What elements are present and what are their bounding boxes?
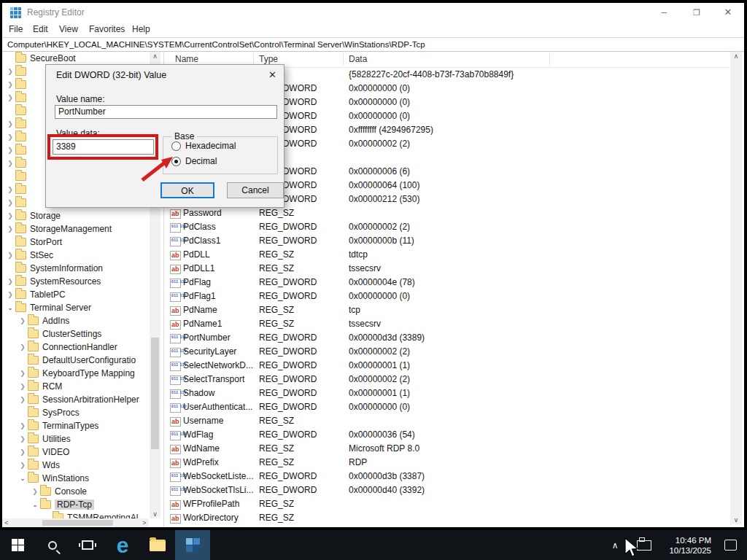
- tree-item[interactable]: [5, 104, 30, 117]
- value-row-pddll[interactable]: PdDLLREG_SZtdtcp: [166, 248, 729, 262]
- tree-item-addins[interactable]: ❯AddIns: [18, 314, 69, 327]
- tree-item-label[interactable]: StSec: [30, 250, 53, 260]
- chevron-right-icon[interactable]: ❯: [5, 186, 15, 193]
- menu-view[interactable]: View: [59, 24, 78, 34]
- value-row-wdname[interactable]: WdNameREG_SZMicrosoft RDP 8.0: [166, 442, 729, 456]
- tree-item-label[interactable]: WinStations: [42, 473, 89, 483]
- chevron-right-icon[interactable]: ❯: [5, 225, 15, 233]
- value-row-selectnetworkd-[interactable]: SelectNetworkD...REG_DWORD0x00000001 (1): [166, 359, 729, 373]
- tree-item-label[interactable]: RDP-Tcp: [55, 499, 94, 510]
- tree-item[interactable]: ❯: [5, 131, 30, 144]
- tree-item-wds[interactable]: ❯Wds: [18, 459, 60, 472]
- tree-item-label[interactable]: SessionArbitrationHelper: [42, 394, 139, 405]
- tree-item-label[interactable]: TSMMRemotingAl: [67, 513, 138, 518]
- tree-item-label[interactable]: ConnectionHandler: [42, 342, 117, 352]
- column-divider[interactable]: [549, 53, 550, 66]
- tree-item[interactable]: ❯: [5, 117, 30, 131]
- tree-item-tsmmremotingal[interactable]: TSMMRemotingAl: [42, 511, 138, 518]
- value-row-pddll1[interactable]: PdDLL1REG_SZtssecsrv: [166, 262, 729, 276]
- value-row-selecttransport[interactable]: SelectTransportREG_DWORD0x00000002 (2): [166, 373, 729, 386]
- tree-item-defaultuserconfiguratio[interactable]: DefaultUserConfiguratio: [18, 354, 136, 367]
- chevron-right-icon[interactable]: ❯: [30, 488, 40, 495]
- chevron-right-icon[interactable]: ❯: [5, 160, 15, 167]
- chevron-down-icon[interactable]: ⌄: [30, 501, 40, 508]
- value-row-wfprofilepath[interactable]: WFProfilePathREG_SZ: [166, 497, 729, 511]
- tree-item-label[interactable]: ClusterSettings: [42, 329, 101, 339]
- chevron-down-icon[interactable]: ⌄: [5, 304, 15, 311]
- value-row-pdclass1[interactable]: PdClass1REG_DWORD0x0000000b (11): [166, 234, 729, 248]
- registry-editor-taskbar-button[interactable]: [175, 530, 210, 560]
- tree-item-systemresources[interactable]: ❯SystemResources: [5, 275, 101, 288]
- chevron-right-icon[interactable]: ❯: [18, 370, 28, 377]
- column-header-type[interactable]: Type: [259, 54, 278, 64]
- tree-item-label[interactable]: Storage: [30, 211, 61, 221]
- close-button[interactable]: ✕: [721, 5, 735, 20]
- cancel-button[interactable]: Cancel: [227, 182, 284, 198]
- chevron-right-icon[interactable]: ❯: [5, 199, 15, 206]
- action-center-icon[interactable]: [724, 540, 737, 551]
- chevron-right-icon[interactable]: ❯: [5, 212, 15, 219]
- chevron-right-icon[interactable]: ❯: [5, 147, 15, 154]
- tree-item[interactable]: ❯: [5, 183, 30, 196]
- value-row-pdname[interactable]: PdNameREG_SZtcp: [166, 303, 729, 317]
- tree-item-sysprocs[interactable]: SysProcs: [18, 406, 80, 419]
- menu-favorites[interactable]: Favorites: [89, 24, 125, 34]
- scroll-up-icon[interactable]: ∧: [150, 52, 160, 61]
- tree-item-terminal-server[interactable]: ⌄Terminal Server: [5, 301, 91, 314]
- taskbar-clock[interactable]: 10:46 PM 10/13/2025: [669, 535, 711, 556]
- restore-button[interactable]: ❐: [689, 5, 704, 20]
- minimize-button[interactable]: –: [657, 5, 671, 20]
- value-row-wdprefix[interactable]: WdPrefixREG_SZRDP: [166, 456, 729, 470]
- chevron-right-icon[interactable]: ❯: [5, 252, 15, 259]
- tree-item-label[interactable]: SystemResources: [30, 276, 101, 287]
- tree-item[interactable]: ❯: [5, 65, 30, 78]
- column-divider[interactable]: [343, 53, 344, 66]
- value-row-wdflag[interactable]: WdFlagREG_DWORD0x00000036 (54): [166, 428, 729, 442]
- scrollbar-thumb[interactable]: [42, 520, 113, 526]
- start-button[interactable]: [0, 530, 35, 560]
- tree-item-video[interactable]: ❯VIDEO: [18, 446, 69, 459]
- tree-item-label[interactable]: VIDEO: [42, 447, 69, 457]
- tree-item-label[interactable]: Terminal Server: [30, 303, 91, 313]
- scroll-right-icon[interactable]: >: [140, 518, 149, 527]
- value-name-input[interactable]: PortNumber: [55, 105, 277, 119]
- tree-item[interactable]: ❯: [5, 196, 30, 209]
- value-row-pdclass[interactable]: PdClassREG_DWORD0x00000002 (2): [166, 220, 729, 234]
- chevron-right-icon[interactable]: ❯: [5, 94, 15, 101]
- value-row-pdflag1[interactable]: PdFlag1REG_DWORD0x00000000 (0): [166, 289, 729, 303]
- tree-item-storagemanagement[interactable]: ❯StorageManagement: [5, 222, 112, 236]
- tree-item-utilities[interactable]: ❯Utilities: [18, 432, 71, 446]
- tree-item-storport[interactable]: StorPort: [5, 236, 62, 249]
- chevron-right-icon[interactable]: ❯: [18, 448, 28, 456]
- tree-item[interactable]: [5, 170, 30, 183]
- tree-item-connectionhandler[interactable]: ❯ConnectionHandler: [18, 341, 117, 354]
- tree-item-sessionarbitrationhelper[interactable]: ❯SessionArbitrationHelper: [18, 393, 139, 406]
- tree-item-label[interactable]: Wds: [42, 460, 60, 470]
- column-header-name[interactable]: Name: [175, 54, 198, 64]
- tree-item-rcm[interactable]: ❯RCM: [18, 380, 62, 393]
- tree-item-label[interactable]: Utilities: [42, 434, 71, 444]
- scroll-left-icon[interactable]: <: [2, 518, 11, 527]
- chevron-right-icon[interactable]: ❯: [18, 435, 28, 443]
- menu-file[interactable]: File: [9, 24, 23, 34]
- list-vertical-scrollbar[interactable]: ∧ ∨: [730, 52, 742, 524]
- tree-item-label[interactable]: StorageManagement: [30, 224, 112, 234]
- tree-item-label[interactable]: AddIns: [42, 316, 69, 326]
- chevron-right-icon[interactable]: ❯: [18, 317, 28, 324]
- tree-item-label[interactable]: KeyboardType Mapping: [42, 368, 135, 378]
- value-row-username[interactable]: UsernameREG_SZ: [166, 414, 729, 428]
- radio-hexadecimal[interactable]: Hexadecimal: [171, 141, 236, 151]
- dialog-close-icon[interactable]: ✕: [268, 69, 276, 80]
- tree-item-clustersettings[interactable]: ClusterSettings: [18, 327, 101, 341]
- tree-item-label[interactable]: DefaultUserConfiguratio: [42, 355, 136, 365]
- tree-item-systeminformation[interactable]: SystemInformation: [5, 262, 103, 275]
- file-explorer-button[interactable]: [140, 530, 175, 560]
- tree-item-label[interactable]: SystemInformation: [30, 263, 103, 273]
- chevron-right-icon[interactable]: ❯: [5, 278, 15, 285]
- tree-item-tabletpc[interactable]: ❯TabletPC: [5, 288, 66, 301]
- value-row-portnumber[interactable]: PortNumberREG_DWORD0x00000d3d (3389): [166, 331, 729, 345]
- chevron-right-icon[interactable]: ❯: [5, 133, 15, 141]
- value-row-workdirectory[interactable]: WorkDirectoryREG_SZ: [166, 511, 729, 525]
- chevron-down-icon[interactable]: ⌄: [18, 475, 28, 482]
- search-button[interactable]: [35, 530, 70, 560]
